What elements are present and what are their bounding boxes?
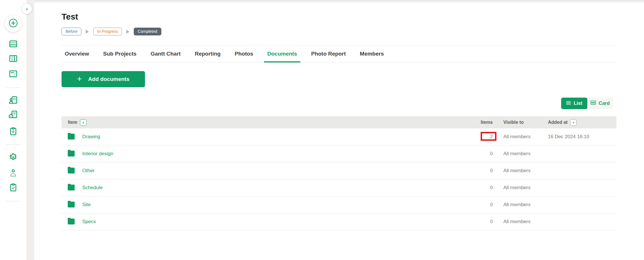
page-title: Test [62, 12, 78, 22]
plus-icon: + [77, 75, 82, 83]
card-view-button[interactable]: Card [587, 98, 613, 109]
visible-to: All members [503, 151, 548, 157]
sort-up-icon: ▲ [82, 121, 85, 124]
add-documents-label: Add documents [88, 76, 129, 82]
add-documents-button[interactable]: + Add documents [62, 71, 145, 87]
tab-documents[interactable]: Documents [264, 45, 300, 62]
sidebar-item-properties[interactable] [8, 110, 18, 119]
column-header-items: Items [471, 120, 493, 125]
folder-icon [67, 133, 75, 141]
rows-icon [8, 45, 18, 50]
house-document-icon [8, 115, 18, 120]
sidebar [0, 0, 26, 260]
note-icon [8, 75, 18, 79]
folder-link[interactable]: Site [67, 201, 91, 209]
documents-table: Item ▲ Items Visible to Added at ▲ Drawi… [62, 116, 616, 230]
arrow-right-icon [86, 30, 89, 34]
list-view-button[interactable]: List [561, 98, 587, 109]
folder-icon [67, 150, 75, 158]
visible-to: All members [503, 202, 548, 208]
create-new-button[interactable] [5, 15, 22, 32]
plus-circle-icon [8, 18, 19, 30]
items-count: 0 [471, 219, 493, 224]
sidebar-item-contacts[interactable] [8, 95, 18, 105]
table-row-specs[interactable]: Specs 0 All members [62, 213, 616, 230]
expand-sidebar-button[interactable]: › [22, 4, 32, 14]
status-flow: Before In Progress Completed [62, 28, 161, 35]
items-count: 0 [471, 168, 493, 173]
sort-up-icon: ▲ [572, 121, 575, 124]
tab-reporting[interactable]: Reporting [192, 45, 224, 62]
folder-name: Specs [82, 219, 96, 225]
folder-link[interactable]: Specs [67, 218, 96, 226]
top-edge-shadow [34, 0, 644, 3]
folder-link[interactable]: Drawing [67, 133, 100, 141]
clipboard-check-icon [8, 188, 18, 193]
sort-button-added-at[interactable]: ▲ [570, 119, 577, 126]
tab-gantt-chart[interactable]: Gantt Chart [148, 45, 184, 62]
items-count: 0 [471, 202, 493, 207]
column-header-added-at: Added at [548, 120, 567, 125]
sidebar-divider [6, 145, 21, 145]
folder-icon [67, 184, 75, 192]
tab-overview[interactable]: Overview [62, 45, 92, 62]
sidebar-item-notes[interactable] [8, 69, 18, 79]
sidebar-item-import[interactable] [8, 126, 18, 136]
columns-icon [8, 59, 18, 64]
status-badge-before[interactable]: Before [62, 28, 81, 35]
column-header-item: Item [68, 120, 77, 125]
folder-link[interactable]: Schedule [67, 184, 103, 192]
tab-sub-projects[interactable]: Sub Projects [100, 45, 140, 62]
sidebar-item-profile[interactable] [8, 168, 18, 178]
folder-name: Other [82, 168, 95, 174]
tab-photo-report[interactable]: Photo Report [308, 45, 349, 62]
visible-to: All members [503, 134, 548, 140]
chevron-right-icon: › [26, 6, 28, 12]
sidebar-gutter [26, 0, 34, 260]
table-header: Item ▲ Items Visible to Added at ▲ [62, 116, 616, 128]
folder-name: Schedule [82, 185, 103, 191]
folder-icon [67, 167, 75, 175]
table-row-other[interactable]: Other 0 All members [62, 162, 616, 179]
status-badge-completed[interactable]: Completed [134, 28, 161, 35]
sidebar-item-tasks[interactable] [8, 183, 18, 192]
folder-link[interactable]: Other [67, 167, 95, 175]
added-at: 16 Dec 2024 16:10 [548, 134, 616, 140]
table-row-site[interactable]: Site 0 All members [62, 196, 616, 213]
items-count: 0 [471, 151, 493, 156]
sort-button-item[interactable]: ▲ [80, 119, 87, 126]
view-toggle: List Card [561, 98, 613, 109]
sidebar-divider [6, 88, 21, 88]
items-count: 0 [471, 185, 493, 190]
person-document-icon [8, 101, 18, 106]
arrow-right-icon [126, 30, 129, 34]
tab-bar: Overview Sub Projects Gantt Chart Report… [62, 45, 616, 62]
column-header-visible-to: Visible to [503, 120, 548, 125]
folder-icon [67, 218, 75, 226]
status-badge-in-progress[interactable]: In Progress [93, 28, 122, 35]
table-row-schedule[interactable]: Schedule 0 All members [62, 179, 616, 196]
table-row-drawing[interactable]: Drawing 2 All members 16 Dec 2024 16:10 [62, 128, 616, 145]
folder-link[interactable]: Interior design [67, 150, 113, 158]
sidebar-item-board-view[interactable] [8, 54, 18, 63]
sidebar-divider [6, 201, 21, 201]
table-row-interior-design[interactable]: Interior design 0 All members [62, 145, 616, 162]
tab-photos[interactable]: Photos [232, 45, 256, 62]
folder-name: Interior design [82, 151, 113, 157]
folder-name: Site [82, 202, 91, 208]
list-icon [566, 100, 571, 106]
folder-name: Drawing [82, 134, 100, 140]
visible-to: All members [503, 185, 548, 191]
visible-to: All members [503, 168, 548, 174]
folder-icon [67, 201, 75, 209]
card-icon [591, 100, 596, 106]
items-count: 2 [471, 134, 493, 139]
sidebar-item-rows-view[interactable] [8, 39, 18, 49]
visible-to: All members [503, 219, 548, 225]
tab-members[interactable]: Members [357, 45, 387, 62]
list-view-label: List [574, 100, 582, 106]
sidebar-item-settings[interactable] [8, 152, 18, 162]
person-icon [8, 174, 18, 179]
clipboard-down-icon [8, 132, 18, 137]
card-view-label: Card [599, 100, 610, 106]
